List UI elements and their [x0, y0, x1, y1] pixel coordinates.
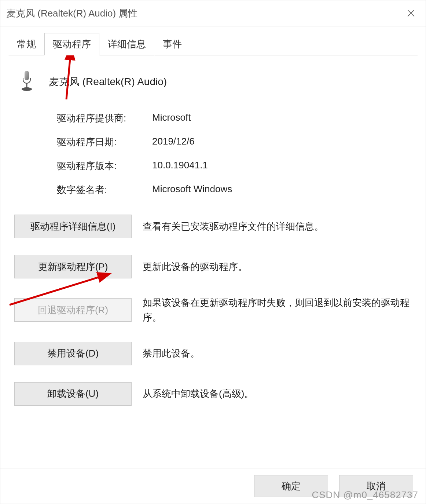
driver-details-button[interactable]: 驱动程序详细信息(I): [14, 215, 132, 238]
svg-point-4: [22, 87, 32, 91]
date-label: 驱动程序日期:: [57, 136, 152, 149]
tab-spacer: [190, 33, 418, 55]
prop-date: 驱动程序日期: 2019/12/6: [57, 136, 412, 149]
uninstall-device-desc: 从系统中卸载设备(高级)。: [143, 386, 412, 401]
provider-label: 驱动程序提供商:: [57, 112, 152, 125]
signer-value: Microsoft Windows: [152, 183, 232, 196]
driver-properties: 驱动程序提供商: Microsoft 驱动程序日期: 2019/12/6 驱动程…: [57, 112, 412, 196]
row-uninstall-device: 卸载设备(U) 从系统中卸载设备(高级)。: [14, 382, 412, 406]
tab-events[interactable]: 事件: [154, 33, 190, 55]
driver-panel: 麦克风 (Realtek(R) Audio) 驱动程序提供商: Microsof…: [0, 55, 426, 406]
device-name: 麦克风 (Realtek(R) Audio): [49, 75, 167, 89]
svg-rect-2: [25, 71, 29, 80]
uninstall-device-button[interactable]: 卸载设备(U): [14, 382, 132, 406]
driver-actions: 驱动程序详细信息(I) 查看有关已安装驱动程序文件的详细信息。 更新驱动程序(P…: [14, 215, 412, 406]
close-button[interactable]: [400, 4, 422, 22]
row-driver-details: 驱动程序详细信息(I) 查看有关已安装驱动程序文件的详细信息。: [14, 215, 412, 238]
watermark-text: CSDN @m0_46582737: [312, 489, 418, 501]
rollback-driver-button: 回退驱动程序(R): [14, 298, 132, 322]
update-driver-button[interactable]: 更新驱动程序(P): [14, 255, 132, 278]
provider-value: Microsoft: [152, 112, 191, 125]
row-rollback-driver: 回退驱动程序(R) 如果该设备在更新驱动程序时失败，则回退到以前安装的驱动程序。: [14, 295, 412, 325]
signer-label: 数字签名者:: [57, 183, 152, 196]
microphone-icon: [18, 70, 36, 94]
prop-signer: 数字签名者: Microsoft Windows: [57, 183, 412, 196]
prop-provider: 驱动程序提供商: Microsoft: [57, 112, 412, 125]
disable-device-desc: 禁用此设备。: [143, 346, 412, 361]
properties-dialog: 麦克风 (Realtek(R) Audio) 属性 常规 驱动程序 详细信息 事…: [0, 0, 426, 504]
version-value: 10.0.19041.1: [152, 160, 208, 172]
row-disable-device: 禁用设备(D) 禁用此设备。: [14, 342, 412, 365]
version-label: 驱动程序版本:: [57, 160, 152, 172]
row-update-driver: 更新驱动程序(P) 更新此设备的驱动程序。: [14, 255, 412, 278]
tab-general[interactable]: 常规: [8, 33, 44, 55]
driver-details-desc: 查看有关已安装驱动程序文件的详细信息。: [143, 219, 412, 234]
update-driver-desc: 更新此设备的驱动程序。: [143, 259, 412, 274]
close-icon: [407, 9, 415, 17]
tab-details[interactable]: 详细信息: [99, 33, 154, 55]
disable-device-button[interactable]: 禁用设备(D): [14, 342, 132, 365]
device-header: 麦克风 (Realtek(R) Audio): [18, 70, 412, 94]
titlebar: 麦克风 (Realtek(R) Audio) 属性: [0, 0, 426, 26]
rollback-driver-desc: 如果该设备在更新驱动程序时失败，则回退到以前安装的驱动程序。: [143, 295, 412, 325]
tab-bar: 常规 驱动程序 详细信息 事件: [0, 26, 426, 55]
tab-driver[interactable]: 驱动程序: [44, 33, 99, 55]
window-title: 麦克风 (Realtek(R) Audio) 属性: [6, 7, 137, 20]
prop-version: 驱动程序版本: 10.0.19041.1: [57, 160, 412, 172]
date-value: 2019/12/6: [152, 136, 195, 149]
